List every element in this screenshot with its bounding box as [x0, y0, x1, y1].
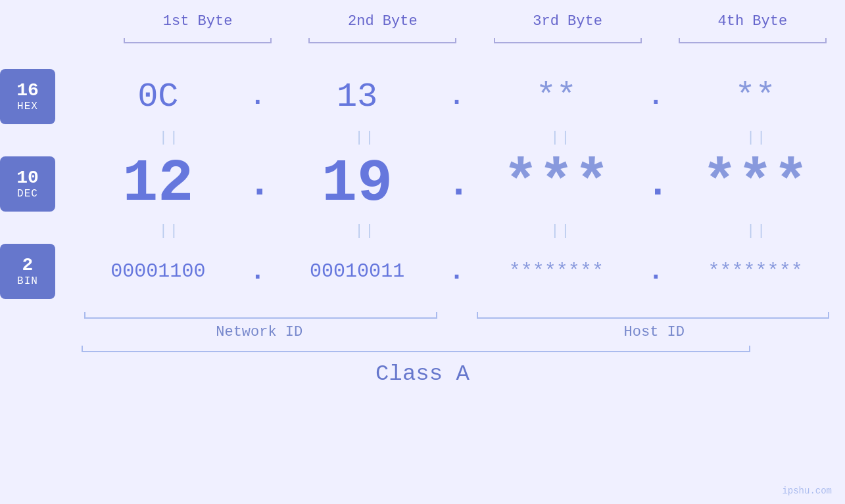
bracket-line-3 [494, 42, 642, 43]
hex-value-1: 0C [137, 78, 178, 116]
bracket-cell-2 [290, 36, 475, 49]
dec-dot-1: . [248, 162, 268, 206]
bin-badge-label: BIN [17, 275, 38, 287]
bin-bytes: 00001100 . 00010011 . ******** . *******… [68, 257, 845, 286]
host-id-label: Host ID [477, 324, 833, 340]
bracket-dot-spacer-1 [437, 308, 477, 319]
host-bracket-left [477, 312, 478, 319]
eq-cell-1a: || [82, 129, 258, 146]
network-bracket [82, 308, 437, 319]
class-bracket-line [82, 351, 750, 352]
bin-value-1: 00001100 [110, 260, 205, 283]
class-section [0, 351, 845, 352]
dec-dot-2: . [447, 162, 467, 206]
eq-cell-2b: || [278, 223, 454, 239]
bin-byte-2: 00010011 [268, 260, 447, 283]
class-bracket-left [82, 346, 83, 352]
eq-cell-2d: || [669, 223, 845, 239]
byte-header-1: 1st Byte [105, 13, 290, 30]
dec-bytes: 12 . 19 . *** . *** [68, 150, 845, 218]
hex-byte-1: 0C [68, 78, 248, 116]
bottom-bracket-lines [82, 308, 832, 319]
bracket-cell-3 [475, 36, 660, 49]
bottom-bracket-section: Network ID Host ID [0, 308, 845, 340]
eq-row-1: || || || || [0, 124, 845, 150]
dec-value-3: *** [503, 150, 610, 218]
network-bracket-left [84, 312, 85, 319]
dec-badge-number: 10 [16, 168, 39, 189]
class-label: Class A [0, 361, 845, 386]
network-id-label: Network ID [82, 324, 437, 340]
bracket-line-2 [308, 42, 456, 43]
eq-row-2: || || || || [0, 218, 845, 244]
bin-badge-number: 2 [22, 256, 34, 276]
host-bracket-right [828, 312, 829, 319]
bin-byte-1: 00001100 [68, 260, 248, 283]
dec-value-4: *** [702, 150, 809, 218]
bin-value-3: ******** [509, 260, 604, 283]
hex-value-4: ** [735, 78, 775, 116]
dec-byte-2: 19 [268, 150, 447, 218]
bracket-line-1 [124, 42, 272, 43]
byte-header-3: 3rd Byte [475, 13, 660, 30]
hex-dot-1: . [248, 82, 268, 112]
dec-byte-1: 12 [68, 150, 248, 218]
bin-row: 2 BIN 00001100 . 00010011 . ******** . *… [0, 244, 845, 299]
hex-badge-number: 16 [16, 81, 39, 101]
byte-header-2: 2nd Byte [290, 13, 475, 30]
watermark: ipshu.com [782, 486, 832, 496]
bin-value-2: 00010011 [310, 260, 404, 283]
byte-header-4: 4th Byte [660, 13, 845, 30]
hex-badge: 16 HEX [0, 69, 55, 124]
network-bracket-right [436, 312, 437, 319]
hex-dot-2: . [447, 82, 467, 112]
class-bracket-right [749, 346, 750, 352]
dec-value-1: 12 [122, 150, 193, 218]
hex-row: 16 HEX 0C . 13 . ** . ** [0, 69, 845, 124]
bin-byte-3: ******** [467, 260, 646, 283]
bin-dot-1: . [248, 257, 268, 286]
bin-dot-2: . [447, 257, 467, 286]
hex-bytes: 0C . 13 . ** . ** [68, 78, 845, 116]
id-labels: Network ID Host ID [82, 324, 832, 340]
hex-value-3: ** [536, 78, 577, 116]
bin-byte-4: ******** [665, 260, 845, 283]
bracket-line-4 [679, 42, 827, 43]
top-brackets [0, 36, 845, 49]
host-bracket-bottom [477, 317, 830, 319]
hex-byte-2: 13 [268, 78, 447, 116]
dec-badge-label: DEC [17, 188, 38, 200]
network-bracket-bottom [84, 317, 437, 319]
bin-dot-3: . [646, 257, 665, 286]
byte-headers: 1st Byte 2nd Byte 3rd Byte 4th Byte [0, 13, 845, 30]
eq-cell-1d: || [669, 129, 845, 146]
eq-cell-1b: || [278, 129, 454, 146]
dec-badge: 10 DEC [0, 156, 55, 212]
bracket-cell-4 [660, 36, 845, 49]
eq-cell-2c: || [473, 223, 650, 239]
dec-row: 10 DEC 12 . 19 . *** . *** [0, 150, 845, 218]
bin-value-4: ******** [708, 260, 803, 283]
hex-value-2: 13 [337, 78, 377, 116]
dec-dot-3: . [646, 162, 665, 206]
hex-byte-4: ** [665, 78, 845, 116]
bracket-cell-1 [105, 36, 290, 49]
eq-cell-1c: || [473, 129, 650, 146]
bin-badge: 2 BIN [0, 244, 55, 299]
dec-value-2: 19 [322, 150, 393, 218]
dec-byte-4: *** [665, 150, 845, 218]
hex-byte-3: ** [467, 78, 646, 116]
label-spacer [437, 324, 477, 340]
hex-dot-3: . [646, 82, 665, 112]
host-bracket [477, 308, 833, 319]
dec-byte-3: *** [467, 150, 646, 218]
main-container: 1st Byte 2nd Byte 3rd Byte 4th Byte 16 H… [0, 0, 845, 504]
eq-cell-2a: || [82, 223, 258, 239]
hex-badge-label: HEX [17, 101, 38, 112]
